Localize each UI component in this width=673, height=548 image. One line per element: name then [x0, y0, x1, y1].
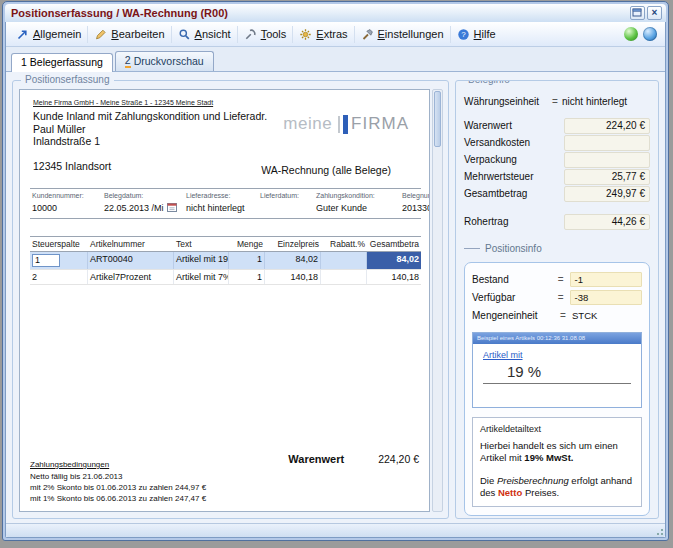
- menu-tools[interactable]: Tools: [237, 26, 293, 43]
- window-title: Positionserfassung / WA-Rechnung (R00): [11, 7, 628, 19]
- warenwert-row: Warenwert 224,20 €: [464, 117, 650, 134]
- table-row[interactable]: 2 Artikel7Prozent Artikel mit 7% MwSt. 1…: [30, 270, 421, 285]
- menge-cell: 1: [229, 270, 265, 284]
- row-value: nicht hinterlegt: [562, 96, 627, 107]
- menu-einstellungen[interactable]: Einstellungen: [354, 26, 450, 43]
- row-label: Gesamtbetrag: [464, 188, 552, 199]
- table-row[interactable]: 1 ART00040 Artikel mit 19% MwSt. 1 84,02…: [30, 252, 421, 270]
- bestand-value: -1: [570, 272, 642, 287]
- document-preview[interactable]: Meine Firma GmbH - Meine Straße 1 - 1234…: [19, 89, 430, 512]
- toolbar: Allgemein Bearbeiten Ansicht Tools Extra…: [6, 22, 665, 47]
- header-fields: Kundennummer: Belegdatum: Lieferadresse:…: [30, 188, 421, 219]
- scrollbar-thumb[interactable]: [434, 91, 441, 147]
- menu-bearbeiten[interactable]: Bearbeiten: [87, 26, 170, 43]
- detail-paragraph-1: Hierbei handelt es sich um einen Artikel…: [480, 440, 634, 464]
- payment-line: mit 2% Skonto bis 01.06.2013 zu zahlen 2…: [30, 482, 206, 493]
- divider-line: [464, 248, 480, 249]
- lieferadresse-value: nicht hinterlegt: [184, 201, 258, 215]
- bestand-row: Bestand = -1: [472, 270, 642, 288]
- equals-sign: =: [552, 96, 562, 107]
- positionsinfo-divider: Positionsinfo: [464, 243, 650, 254]
- maximize-button[interactable]: [630, 6, 645, 20]
- row-label: Verfügbar: [472, 292, 558, 303]
- gesamtbetrag-cell: 140,18: [367, 270, 421, 284]
- rohertrag-row: Rohertrag 44,26 €: [464, 213, 650, 230]
- text-cell: Artikel mit 19% MwSt.: [174, 252, 229, 269]
- close-button[interactable]: ×: [647, 6, 662, 20]
- zahlungskondition-value: Guter Kunde: [314, 201, 400, 215]
- warenwert-label: Warenwert: [288, 453, 344, 465]
- steuerspalte-edit-field[interactable]: 1: [32, 254, 60, 267]
- mehrwertsteuer-row: Mehrwertsteuer 25,77 €: [464, 168, 650, 185]
- row-value: 224,20 €: [564, 118, 650, 134]
- logo-word-1: meine: [283, 114, 332, 134]
- mengeneinheit-value: STCK: [572, 310, 597, 321]
- row-label: Mehrwertsteuer: [464, 171, 552, 182]
- menu-hilfe[interactable]: ? Hilfe: [450, 26, 502, 43]
- text-cell: Artikel mit 7% MwSt.: [174, 270, 229, 284]
- verfuegbar-row: Verfügbar = -38: [472, 288, 642, 306]
- menu-ansicht[interactable]: Ansicht: [171, 26, 237, 43]
- field-label: Lieferdatum:: [258, 191, 314, 201]
- maximize-icon: [632, 8, 643, 18]
- tab-number: 2: [125, 54, 131, 68]
- status-bar: [6, 523, 665, 537]
- detail-paragraph-2: Die Preisberechnung erfolgt anhand des N…: [480, 475, 634, 499]
- positionsinfo-box: Bestand = -1 Verfügbar = -38 Mengeneinhe…: [464, 262, 650, 516]
- wrench-icon: [244, 28, 257, 41]
- logo-bar-blue: [343, 115, 348, 134]
- row-value: [564, 135, 650, 151]
- payment-line: Netto fällig bis 21.06.2013: [30, 471, 206, 482]
- address-line: Paul Müller: [33, 123, 267, 136]
- artikelnummer-cell: Artikel7Prozent: [88, 270, 174, 284]
- address-block: Kunde Inland mit Zahlungskondition und L…: [33, 110, 267, 172]
- title-bar[interactable]: Positionserfassung / WA-Rechnung (R00) ×: [5, 4, 666, 22]
- arrow-icon: [16, 28, 29, 41]
- menu-label: Ansicht: [195, 28, 231, 40]
- resize-grip[interactable]: [654, 526, 663, 535]
- row-label: Mengeneinheit: [472, 310, 560, 321]
- row-value: 25,77 €: [564, 169, 650, 185]
- green-orb-icon[interactable]: [624, 27, 638, 41]
- preview-text-line2: 19 %: [507, 363, 641, 380]
- app-window: Positionserfassung / WA-Rechnung (R00) ×…: [2, 1, 669, 541]
- mengeneinheit-row: Mengeneinheit = STCK: [472, 306, 642, 324]
- preview-text-line1: Artikel mit: [483, 350, 641, 360]
- article-preview-image: Beispiel eines Artikels 00:12:36 31.08.0…: [472, 332, 642, 408]
- close-icon: ×: [652, 8, 658, 18]
- sender-line: Meine Firma GmbH - Meine Straße 1 - 1234…: [33, 99, 213, 106]
- gear-icon: [299, 28, 312, 41]
- field-label: Lieferadresse:: [184, 191, 258, 201]
- svg-text:?: ?: [461, 30, 466, 39]
- verpackung-row: Verpackung: [464, 151, 650, 168]
- verfuegbar-value: -38: [570, 290, 642, 305]
- vertical-scrollbar[interactable]: [432, 89, 443, 512]
- positionsinfo-label: Positionsinfo: [485, 243, 542, 254]
- warenwert-value: 224,20 €: [378, 453, 419, 465]
- address-city: 12345 Inlandsort: [33, 160, 267, 173]
- globe-icon[interactable]: [643, 27, 657, 41]
- calendar-icon[interactable]: [167, 202, 177, 214]
- tab-belegerfassung[interactable]: 1 Belegerfassung: [11, 53, 113, 72]
- positionserfassung-group: Positionserfassung Meine Firma GmbH - Me…: [12, 80, 449, 519]
- versandkosten-row: Versandkosten: [464, 134, 650, 151]
- document-total: Warenwert 224,20 €: [288, 453, 419, 465]
- items-table-header: Steuerspalte Artikelnummer Text Menge Ei…: [30, 236, 421, 252]
- field-label: Belegdatum:: [102, 191, 184, 201]
- menge-cell: 1: [229, 252, 265, 269]
- artikeldetailtext-box: Artikeldetailtext Hierbei handelt es sic…: [472, 417, 642, 507]
- logo-word-2: FIRMA: [351, 114, 409, 134]
- menu-allgemein[interactable]: Allgemein: [10, 26, 87, 43]
- address-line: Inlandstraße 1: [33, 135, 267, 148]
- row-value: 44,26 €: [564, 214, 650, 230]
- tab-druckvorschau[interactable]: 2 Druckvorschau: [115, 51, 214, 71]
- group-label: Positionserfassung: [21, 74, 114, 85]
- lieferdatum-value: [258, 201, 314, 215]
- menu-label: Tools: [261, 28, 287, 40]
- row-label: Währungseinheit: [464, 96, 552, 107]
- payment-line: mit 1% Skonto bis 06.06.2013 zu zahlen 2…: [30, 493, 206, 504]
- menu-extras[interactable]: Extras: [292, 26, 353, 43]
- address-line: Kunde Inland mit Zahlungskondition und L…: [33, 110, 267, 123]
- menu-label: Allgemein: [33, 28, 81, 40]
- beleginfo-group: Beleginfo Währungseinheit = nicht hinter…: [455, 80, 659, 519]
